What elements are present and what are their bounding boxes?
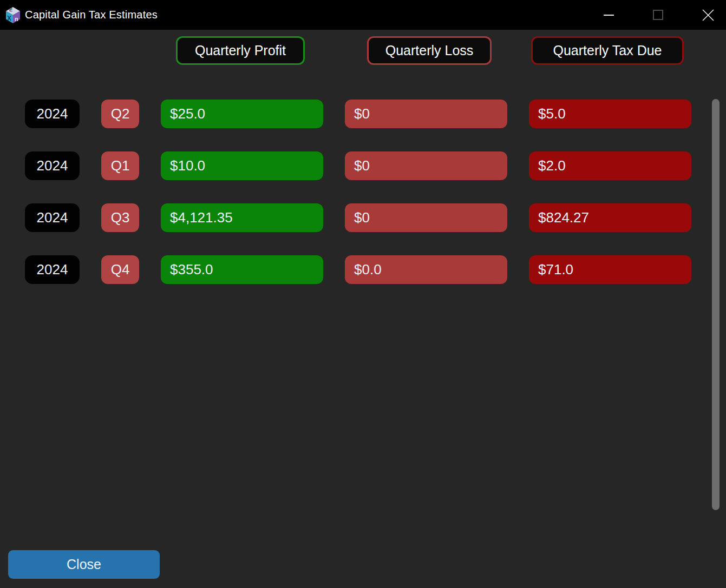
year-pill: 2024	[25, 203, 80, 232]
profit-value-pill: $4,121.35	[161, 203, 323, 232]
minimize-button[interactable]	[593, 0, 624, 30]
tax-due-value-pill: $824.27	[529, 203, 691, 232]
app-window: E X n Capital Gain Tax Estimates Quarter…	[0, 0, 726, 588]
year-pill: 2024	[25, 255, 80, 284]
year-pill: 2024	[25, 151, 80, 180]
loss-value-pill: $0	[345, 151, 507, 180]
vertical-scrollbar-thumb[interactable]	[712, 99, 720, 510]
profit-value-pill: $25.0	[161, 100, 323, 128]
svg-text:n: n	[15, 16, 18, 22]
quarter-pill: Q2	[101, 100, 139, 128]
close-window-button[interactable]	[693, 0, 723, 30]
column-header-quarterly-tax-due: Quarterly Tax Due	[531, 36, 684, 65]
loss-value-pill: $0	[345, 203, 507, 232]
column-header-quarterly-profit: Quarterly Profit	[176, 36, 305, 65]
table-row: 2024 Q1 $10.0 $0 $2.0	[0, 151, 726, 180]
profit-value-pill: $355.0	[161, 255, 323, 284]
app-logo-icon: E X n	[4, 6, 22, 24]
profit-value-pill: $10.0	[161, 151, 323, 180]
titlebar: E X n Capital Gain Tax Estimates	[0, 0, 726, 30]
svg-text:E: E	[9, 7, 12, 12]
column-header-quarterly-loss: Quarterly Loss	[367, 36, 492, 65]
close-button[interactable]: Close	[8, 550, 160, 579]
maximize-button[interactable]	[643, 0, 673, 30]
table-row: 2024 Q2 $25.0 $0 $5.0	[0, 100, 726, 128]
tax-due-value-pill: $5.0	[529, 100, 691, 128]
tax-due-value-pill: $71.0	[529, 255, 691, 284]
year-pill: 2024	[25, 100, 80, 128]
minimize-icon	[604, 15, 614, 16]
window-title: Capital Gain Tax Estimates	[25, 9, 158, 21]
quarter-pill: Q3	[101, 203, 139, 232]
maximize-icon	[653, 10, 663, 20]
loss-value-pill: $0	[345, 100, 507, 128]
close-icon	[702, 9, 714, 21]
svg-text:X: X	[7, 15, 11, 22]
loss-value-pill: $0.0	[345, 255, 507, 284]
quarter-pill: Q4	[101, 255, 139, 284]
tax-due-value-pill: $2.0	[529, 151, 691, 180]
table-row: 2024 Q3 $4,121.35 $0 $824.27	[0, 203, 726, 232]
quarter-pill: Q1	[101, 151, 139, 180]
table-row: 2024 Q4 $355.0 $0.0 $71.0	[0, 255, 726, 284]
